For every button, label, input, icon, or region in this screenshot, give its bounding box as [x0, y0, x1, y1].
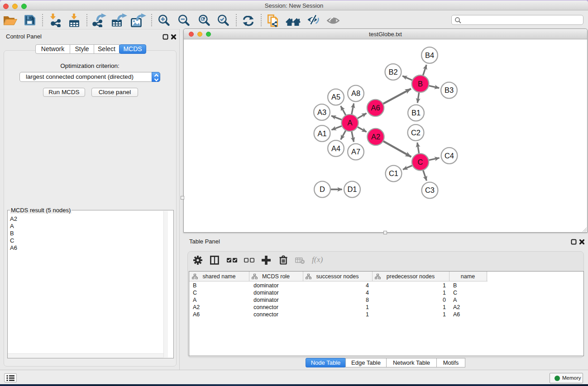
- svg-text:C4: C4: [445, 152, 454, 160]
- svg-text:B3: B3: [445, 86, 454, 94]
- svg-text:A6: A6: [371, 104, 380, 112]
- svg-text:D1: D1: [347, 185, 357, 193]
- svg-text:A8: A8: [351, 89, 360, 97]
- svg-text:B: B: [418, 80, 423, 88]
- svg-text:A: A: [347, 119, 352, 127]
- svg-text:B2: B2: [388, 68, 397, 76]
- svg-text:C3: C3: [425, 186, 435, 194]
- svg-text:C1: C1: [389, 169, 398, 177]
- svg-text:A5: A5: [331, 93, 340, 101]
- svg-text:C2: C2: [411, 129, 421, 137]
- svg-text:A1: A1: [317, 129, 326, 138]
- svg-text:D: D: [320, 185, 325, 193]
- svg-text:A7: A7: [351, 148, 360, 156]
- svg-text:B1: B1: [411, 109, 421, 117]
- svg-text:B4: B4: [425, 51, 434, 59]
- svg-text:C: C: [418, 158, 423, 166]
- svg-text:A2: A2: [371, 133, 380, 141]
- svg-text:A4: A4: [331, 144, 340, 152]
- svg-text:A3: A3: [317, 108, 326, 116]
